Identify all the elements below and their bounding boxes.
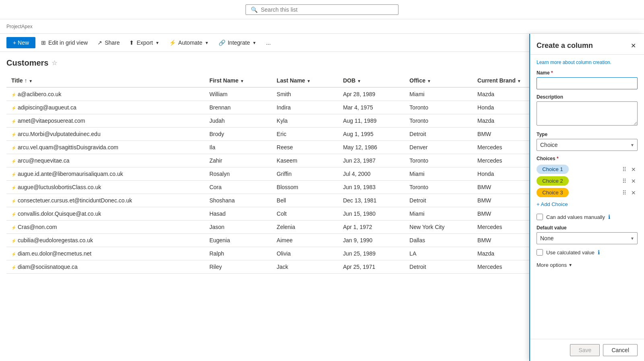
description-textarea[interactable] — [537, 101, 638, 126]
description-field-label: Description — [537, 94, 638, 100]
choices-field-label: Choices * — [537, 156, 638, 161]
sub-header: ProjectApex — [0, 19, 644, 34]
cell-dob: Jan 9, 1990 — [338, 234, 405, 247]
add-choice-button[interactable]: + Add Choice — [537, 200, 568, 209]
cell-last-name: Kaseem — [272, 154, 338, 167]
col-title[interactable]: Title ↑ ▼ — [6, 74, 204, 87]
cell-first-name: Hasad — [204, 207, 272, 221]
automate-button[interactable]: ⚡ Automate ▼ — [165, 37, 213, 48]
search-box[interactable]: 🔍 — [246, 4, 398, 15]
cancel-button[interactable]: Cancel — [603, 344, 638, 356]
choice-3-remove-button[interactable]: ✕ — [630, 189, 638, 197]
type-select-wrapper: Choice Text Number Date Person Yes/No Hy… — [537, 139, 638, 151]
default-value-select[interactable]: None Choice 1 Choice 2 Choice 3 — [537, 232, 638, 244]
cell-title: convallis.dolor.Quisque@at.co.uk — [6, 207, 204, 221]
cell-office: New York City — [405, 221, 473, 234]
automate-icon: ⚡ — [169, 39, 176, 46]
cell-last-name: Eric — [272, 128, 338, 141]
panel-footer: Save Cancel — [530, 339, 644, 361]
cell-first-name: Brennan — [204, 101, 272, 114]
cell-office: LA — [405, 247, 473, 260]
col-office[interactable]: Office ▼ — [405, 74, 473, 87]
cell-dob: Apr 28, 1989 — [338, 87, 405, 101]
default-value-label: Default value — [537, 225, 638, 231]
can-add-values-checkbox[interactable] — [537, 214, 543, 220]
cell-first-name: Brody — [204, 128, 272, 141]
choices-required-marker: * — [557, 156, 559, 161]
cell-title: diam.eu.dolor@necmetus.net — [6, 247, 204, 260]
cell-dob: Mar 4, 1975 — [338, 101, 405, 114]
cell-first-name: Judah — [204, 114, 272, 128]
cell-office: Dallas — [405, 234, 473, 247]
cell-dob: Apr 25, 1971 — [338, 260, 405, 274]
panel-body: Learn more about column creation. Name *… — [530, 55, 644, 339]
export-button[interactable]: ⬆ Export ▼ — [125, 37, 163, 48]
automate-chevron-icon: ▼ — [205, 41, 209, 45]
save-button[interactable]: Save — [570, 344, 600, 356]
name-required-marker: * — [551, 70, 553, 76]
cell-office: Toronto — [405, 114, 473, 128]
choice-2-remove-button[interactable]: ✕ — [630, 177, 638, 185]
cell-office: Toronto — [405, 181, 473, 194]
choice-3-item: Choice 3 ⠿ ✕ — [537, 188, 638, 197]
cell-dob: Apr 1, 1972 — [338, 221, 405, 234]
cell-first-name: Eugenia — [204, 234, 272, 247]
list-title: Customers — [6, 58, 48, 68]
new-button[interactable]: + New — [6, 37, 35, 48]
use-calculated-info-icon[interactable]: ℹ — [598, 249, 600, 256]
cell-first-name: Ila — [204, 141, 272, 154]
cell-office: Detroit — [405, 128, 473, 141]
col-dob[interactable]: DOB ▼ — [338, 74, 405, 87]
more-options-chevron-icon: ▼ — [568, 263, 572, 267]
can-add-values-info-icon[interactable]: ℹ — [608, 214, 610, 220]
choice-2-actions: ⠿ ✕ — [621, 177, 638, 185]
name-input[interactable] — [537, 77, 638, 89]
more-options-button[interactable]: More options ▼ — [537, 260, 572, 270]
use-calculated-checkbox[interactable] — [537, 249, 543, 256]
learn-more-link[interactable]: Learn more about column creation. — [537, 60, 638, 65]
cell-dob: Jun 23, 1987 — [338, 154, 405, 167]
share-button[interactable]: ↗ Share — [93, 37, 124, 48]
choice-2-drag-icon[interactable]: ⠿ — [621, 177, 628, 185]
col-first-name[interactable]: First Name ▼ — [204, 74, 272, 87]
integrate-button[interactable]: 🔗 Integrate ▼ — [215, 37, 260, 48]
cell-office: Toronto — [405, 154, 473, 167]
search-input[interactable] — [261, 6, 393, 13]
more-toolbar-button[interactable]: ... — [262, 37, 275, 48]
cell-last-name: Smith — [272, 87, 338, 101]
can-add-values-row: Can add values manually ℹ — [537, 214, 638, 220]
cell-last-name: Aimee — [272, 234, 338, 247]
cell-title: consectetuer.cursus.et@tinciduntDonec.co… — [6, 194, 204, 207]
type-select[interactable]: Choice Text Number Date Person Yes/No Hy… — [537, 139, 638, 151]
cell-dob: Jun 19, 1983 — [338, 181, 405, 194]
cell-office: Miami — [405, 207, 473, 221]
default-value-select-wrapper: None Choice 1 Choice 2 Choice 3 ▼ — [537, 232, 638, 244]
name-field-label: Name * — [537, 70, 638, 76]
edit-grid-button[interactable]: ⊞ Edit in grid view — [37, 37, 92, 48]
cell-last-name: Kyla — [272, 114, 338, 128]
cell-title: arcu@nequevitae.ca — [6, 154, 204, 167]
cell-first-name: William — [204, 87, 272, 101]
choice-1-remove-button[interactable]: ✕ — [630, 165, 638, 173]
panel-header: Create a column ✕ — [530, 34, 644, 55]
create-column-panel: Create a column ✕ Learn more about colum… — [529, 34, 644, 361]
cell-office: Detroit — [405, 194, 473, 207]
cell-title: diam@sociisnatoque.ca — [6, 260, 204, 274]
choice-2-badge: Choice 2 — [537, 176, 569, 186]
cell-first-name: Rosalyn — [204, 167, 272, 181]
choice-1-item: Choice 1 ⠿ ✕ — [537, 165, 638, 174]
col-last-name[interactable]: Last Name ▼ — [272, 74, 338, 87]
export-chevron-icon: ▼ — [155, 41, 159, 45]
cell-last-name: Blossom — [272, 181, 338, 194]
share-icon: ↗ — [97, 39, 102, 46]
panel-close-button[interactable]: ✕ — [629, 40, 638, 51]
cell-dob: May 12, 1986 — [338, 141, 405, 154]
choice-3-actions: ⠿ ✕ — [621, 189, 638, 197]
favorite-star-icon[interactable]: ☆ — [52, 59, 57, 67]
integrate-icon: 🔗 — [219, 39, 225, 46]
choice-1-drag-icon[interactable]: ⠿ — [621, 165, 628, 173]
choice-3-drag-icon[interactable]: ⠿ — [621, 189, 628, 197]
cell-title: cubilia@eudoloregestas.co.uk — [6, 234, 204, 247]
cell-last-name: Griffin — [272, 167, 338, 181]
cell-first-name: Cora — [204, 181, 272, 194]
